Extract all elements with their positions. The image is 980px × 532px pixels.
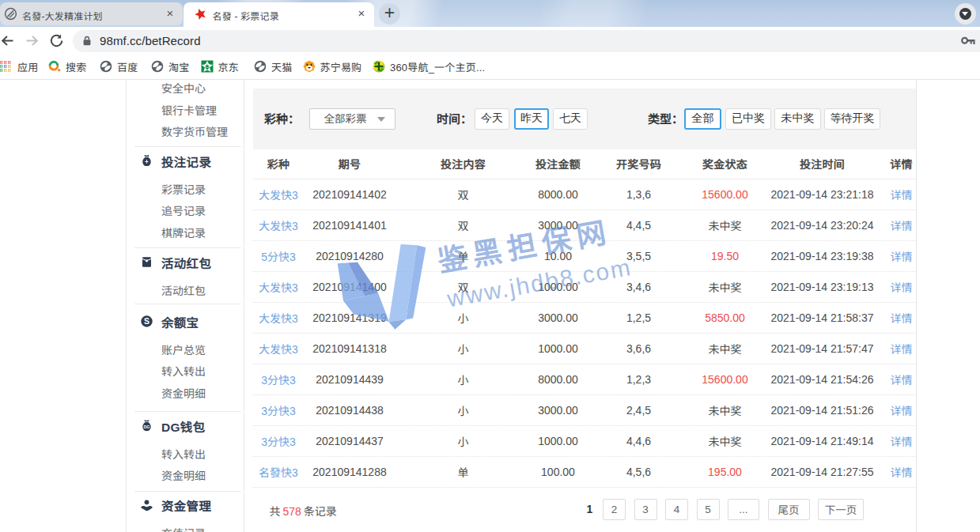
- sidebar-item[interactable]: 追号记录: [127, 201, 244, 223]
- cell-lottery[interactable]: 5分快3: [253, 248, 305, 264]
- type-filter-pending[interactable]: 等待开奖: [824, 108, 880, 130]
- cell-lottery[interactable]: 3分快3: [253, 433, 305, 449]
- back-button[interactable]: [0, 33, 15, 48]
- pagination-item[interactable]: 1: [585, 499, 595, 520]
- pagination: 12345...尾页下一页: [585, 499, 865, 520]
- type-filter-won[interactable]: 已中奖: [725, 108, 771, 130]
- cell-lottery[interactable]: 大发快3: [253, 279, 305, 295]
- cell-detail-link[interactable]: 详情: [887, 187, 916, 202]
- bookmark-item[interactable]: 360导航_一个主页...: [373, 54, 485, 79]
- cell-detail-link[interactable]: 详情: [887, 372, 916, 387]
- cell-issue: 202109141319: [305, 311, 395, 324]
- tab-close-icon[interactable]: ×: [356, 8, 367, 19]
- cell-content: 小: [395, 372, 532, 387]
- cell-lottery[interactable]: 大发快3: [253, 310, 305, 326]
- pagination-item[interactable]: 3: [634, 499, 657, 520]
- cell-prize: 未中奖: [693, 402, 758, 418]
- lock-icon[interactable]: [82, 35, 92, 45]
- pagination-item[interactable]: ...: [728, 499, 759, 520]
- pagination-item[interactable]: 4: [665, 499, 688, 520]
- sidebar-item[interactable]: 资金明细: [127, 383, 244, 406]
- type-filter-lost[interactable]: 未中奖: [774, 108, 821, 130]
- key-icon[interactable]: [961, 35, 975, 47]
- apps-grid-icon: [0, 60, 13, 73]
- new-tab-button[interactable]: +: [379, 3, 400, 25]
- sidebar-item[interactable]: 数字货币管理: [127, 122, 244, 144]
- pagination-item[interactable]: 下一页: [818, 499, 864, 520]
- sidebar-section-title[interactable]: 活动红包: [127, 248, 244, 276]
- sidebar-section-label: 余额宝: [161, 313, 199, 330]
- tab-search-button[interactable]: [955, 3, 976, 25]
- tab-inactive[interactable]: 名發-大发精准计划 ×: [0, 2, 183, 25]
- cell-detail-link[interactable]: 详情: [887, 464, 916, 480]
- bookmark-item[interactable]: 淘宝: [151, 54, 189, 79]
- sidebar-item[interactable]: 转入转出: [127, 444, 244, 466]
- cell-numbers: 3,4,6: [585, 281, 693, 293]
- table-row: 3分快3 20210914439 小 8000.00 1,2,3 15600.0…: [253, 364, 916, 395]
- sidebar-section-title[interactable]: DG DG钱包: [127, 412, 244, 440]
- browser-toolbar: 98mf.cc/betRecord: [0, 27, 980, 54]
- cell-issue: 20210914437: [305, 435, 395, 447]
- bookmark-item[interactable]: 苏宁易购: [303, 54, 362, 79]
- type-filter-all[interactable]: 全部: [684, 108, 721, 130]
- cell-lottery[interactable]: 3分快3: [253, 402, 305, 418]
- cell-detail-link[interactable]: 详情: [887, 402, 916, 418]
- bookmark-item[interactable]: 百度: [100, 54, 138, 79]
- bookmark-item[interactable]: 搜索: [48, 54, 86, 79]
- sidebar-item[interactable]: 安全中心: [127, 80, 244, 100]
- cell-lottery[interactable]: 大发快3: [253, 217, 305, 233]
- tab-active[interactable]: 名發 - 彩票记录 ×: [184, 2, 375, 27]
- pagination-item[interactable]: 尾页: [768, 499, 810, 520]
- lottery-select[interactable]: 全部彩票: [309, 108, 395, 130]
- cell-detail-link[interactable]: 详情: [887, 279, 916, 295]
- url-text[interactable]: 98mf.cc/betRecord: [100, 34, 201, 47]
- time-filter-yesterday[interactable]: 昨天: [514, 108, 549, 130]
- cell-amount: 3000.00: [532, 219, 585, 232]
- table-header: 彩种 期号 投注内容 投注金额 开奖号码 奖金状态 投注时间 详情: [253, 149, 916, 179]
- sidebar-item[interactable]: 账户总览: [127, 340, 244, 362]
- globe-icon: [151, 60, 164, 73]
- cell-numbers: 1,3,6: [585, 188, 693, 201]
- sidebar-item[interactable]: 彩票记录: [127, 179, 244, 202]
- cell-detail-link[interactable]: 详情: [887, 341, 916, 357]
- reload-button[interactable]: [49, 33, 64, 48]
- cell-lottery[interactable]: 3分快3: [253, 372, 305, 387]
- tab-close-icon[interactable]: ×: [165, 8, 176, 19]
- cell-detail-link[interactable]: 详情: [887, 433, 916, 449]
- cell-lottery[interactable]: 大发快3: [253, 187, 305, 202]
- forward-button[interactable]: [25, 33, 40, 48]
- cell-amount: 3000.00: [532, 311, 585, 324]
- coin-icon: S: [140, 315, 153, 328]
- svg-text:S: S: [144, 316, 149, 326]
- cell-time: 2021-09-14 21:57:47: [758, 342, 887, 355]
- lottery-select-value: 全部彩票: [310, 109, 380, 129]
- sidebar-section-title[interactable]: 资金管理: [127, 492, 244, 519]
- cell-detail-link[interactable]: 详情: [887, 217, 916, 233]
- pagination-item[interactable]: 5: [697, 499, 720, 520]
- sidebar-section-title[interactable]: 投注记录: [127, 147, 244, 175]
- table-row: 大发快3 202109141402 双 8000.00 1,3,6 15600.…: [253, 179, 916, 210]
- sidebar-item[interactable]: 资金明细: [127, 466, 244, 488]
- sidebar-item[interactable]: 棋牌记录: [127, 223, 244, 245]
- sidebar-item[interactable]: 活动红包: [127, 281, 244, 303]
- cell-detail-link[interactable]: 详情: [887, 310, 916, 326]
- address-bar[interactable]: [73, 30, 980, 52]
- bookmark-item[interactable]: 应用: [0, 54, 38, 79]
- sidebar-section-title[interactable]: S 余额宝: [127, 308, 244, 335]
- time-filter-today[interactable]: 今天: [475, 108, 509, 130]
- sidebar-item[interactable]: 充值记录: [127, 523, 244, 532]
- time-filter-7days[interactable]: 七天: [553, 108, 588, 130]
- column-header: 投注时间: [758, 156, 887, 172]
- site-generic-icon: [4, 7, 17, 21]
- bookmark-item[interactable]: 天猫: [254, 54, 292, 79]
- sidebar-item[interactable]: 银行卡管理: [127, 100, 244, 123]
- cell-lottery[interactable]: 大发快3: [253, 341, 305, 357]
- bookmark-item[interactable]: 京东: [201, 54, 239, 79]
- cell-amount: 1000.00: [532, 342, 585, 355]
- cell-lottery[interactable]: 名發快3: [253, 464, 305, 480]
- hand-coin-icon: [140, 499, 153, 512]
- pagination-item[interactable]: 2: [603, 499, 626, 520]
- cell-amount: 1000.00: [532, 435, 585, 447]
- cell-detail-link[interactable]: 详情: [887, 248, 916, 264]
- sidebar-item[interactable]: 转入转出: [127, 361, 244, 383]
